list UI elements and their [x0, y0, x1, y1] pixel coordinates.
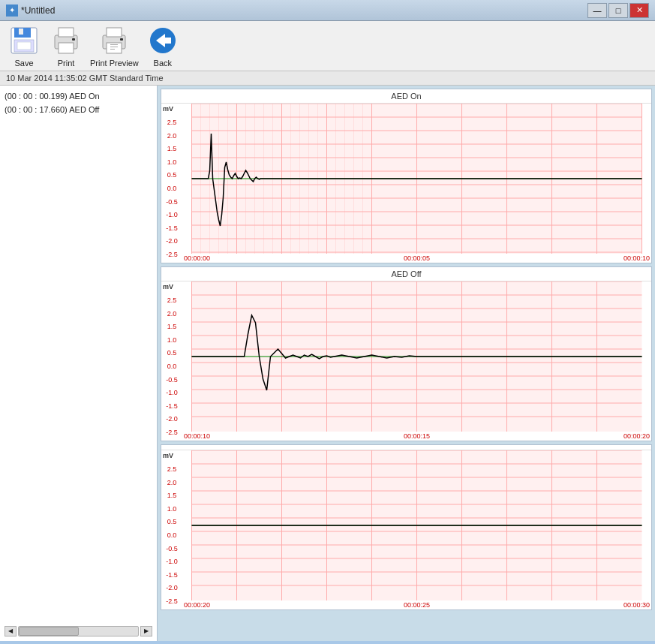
chart-3: mV 2.5 2.0 1.5 1.0 0.5 0.0 -0.5 -1.0 -1.… — [161, 444, 652, 610]
chart-1-unit: mV — [163, 105, 173, 113]
chart-3-area: 00:00:20 00:00:25 00:00:30 — [182, 450, 651, 609]
chart-1-y-axis: mV 2.5 2.0 1.5 1.0 0.5 0.0 -0.5 -1.0 -1.… — [161, 104, 182, 263]
title-bar-left: ✦ *Untitled — [6, 5, 55, 17]
chart-3-y-axis: mV 2.5 2.0 1.5 1.0 0.5 0.0 -0.5 -1.0 -1.… — [161, 450, 182, 609]
toolbar: Save Print Print Preview — [0, 21, 655, 71]
chart-3-svg — [182, 450, 651, 600]
app-icon: ✦ — [6, 5, 18, 17]
svg-rect-14 — [110, 47, 118, 47]
print-icon — [50, 24, 83, 57]
title-bar: ✦ *Untitled — □ ✕ — [0, 0, 655, 21]
event-item-1: (00 : 00 : 00.199) AED On — [5, 90, 152, 104]
chart-2-y-axis: mV 2.5 2.0 1.5 1.0 0.5 0.0 -0.5 -1.0 -1.… — [161, 281, 182, 441]
print-preview-label: Print Preview — [90, 59, 139, 68]
print-button[interactable]: Print — [48, 24, 84, 68]
svg-rect-8 — [72, 38, 75, 41]
minimize-button[interactable]: — — [587, 3, 607, 18]
print-preview-icon — [98, 24, 131, 57]
chart-2-title: AED Off — [161, 267, 651, 281]
event-item-2: (00 : 00 : 17.660) AED Off — [5, 104, 152, 117]
svg-rect-13 — [110, 44, 118, 45]
svg-rect-7 — [59, 43, 74, 53]
scrollbar-thumb[interactable] — [19, 627, 79, 636]
close-button[interactable]: ✕ — [629, 3, 649, 18]
status-bar: 10 Mar 2014 11:35:02 GMT Standard Time — [0, 71, 655, 86]
back-button[interactable]: Back — [145, 24, 181, 68]
window-title: *Untitled — [21, 5, 55, 16]
chart-aed-off: AED Off mV 2.5 2.0 1.5 1.0 0.5 0.0 -0.5 … — [161, 266, 652, 441]
maximize-button[interactable]: □ — [608, 3, 628, 18]
chart-3-unit: mV — [163, 452, 173, 459]
chart-aed-on: AED On mV 2.5 2.0 1.5 1.0 0.5 0.0 -0.5 -… — [161, 89, 652, 263]
horizontal-scrollbar[interactable]: ◀ ▶ — [5, 626, 152, 636]
back-icon — [146, 24, 179, 57]
svg-rect-2 — [19, 29, 23, 35]
scrollbar-track[interactable] — [18, 626, 139, 636]
chart-3-body: mV 2.5 2.0 1.5 1.0 0.5 0.0 -0.5 -1.0 -1.… — [161, 450, 651, 609]
chart-2-body: mV 2.5 2.0 1.5 1.0 0.5 0.0 -0.5 -1.0 -1.… — [161, 281, 651, 441]
chart-2-x-labels: 00:00:10 00:00:15 00:00:20 — [182, 432, 651, 441]
right-panel[interactable]: AED On mV 2.5 2.0 1.5 1.0 0.5 0.0 -0.5 -… — [158, 86, 655, 641]
scroll-left-button[interactable]: ◀ — [5, 626, 17, 636]
svg-rect-6 — [59, 28, 74, 37]
save-icon — [8, 24, 41, 57]
back-label: Back — [154, 59, 172, 68]
chart-1-body: mV 2.5 2.0 1.5 1.0 0.5 0.0 -0.5 -1.0 -1.… — [161, 104, 651, 263]
save-label: Save — [14, 59, 33, 68]
chart-3-x-labels: 00:00:20 00:00:25 00:00:30 — [182, 600, 651, 609]
scroll-right-button[interactable]: ▶ — [140, 626, 152, 636]
chart-2-area: 00:00:10 00:00:15 00:00:20 — [182, 281, 651, 441]
main-area: (00 : 00 : 00.199) AED On (00 : 00 : 17.… — [0, 86, 655, 641]
timestamp: 10 Mar 2014 11:35:02 GMT Standard Time — [6, 74, 164, 83]
title-controls: — □ ✕ — [587, 3, 649, 18]
save-button[interactable]: Save — [6, 24, 42, 68]
svg-rect-12 — [120, 38, 123, 41]
events-list: (00 : 00 : 00.199) AED On (00 : 00 : 17.… — [5, 90, 152, 623]
left-panel: (00 : 00 : 00.199) AED On (00 : 00 : 17.… — [0, 86, 158, 641]
svg-rect-4 — [17, 42, 31, 50]
svg-rect-10 — [107, 28, 122, 37]
chart-2-unit: mV — [163, 283, 173, 290]
chart-1-svg — [182, 104, 651, 254]
chart-1-title: AED On — [161, 89, 651, 104]
print-preview-button[interactable]: Print Preview — [90, 24, 139, 68]
chart-1-x-labels: 00:00:00 00:00:05 00:00:10 — [182, 254, 651, 263]
svg-rect-15 — [110, 49, 115, 50]
chart-1-area: 00:00:00 00:00:05 00:00:10 — [182, 104, 651, 263]
chart-2-svg — [182, 281, 651, 432]
svg-rect-18 — [164, 38, 171, 44]
print-label: Print — [58, 59, 75, 68]
chart-3-title — [161, 445, 651, 450]
